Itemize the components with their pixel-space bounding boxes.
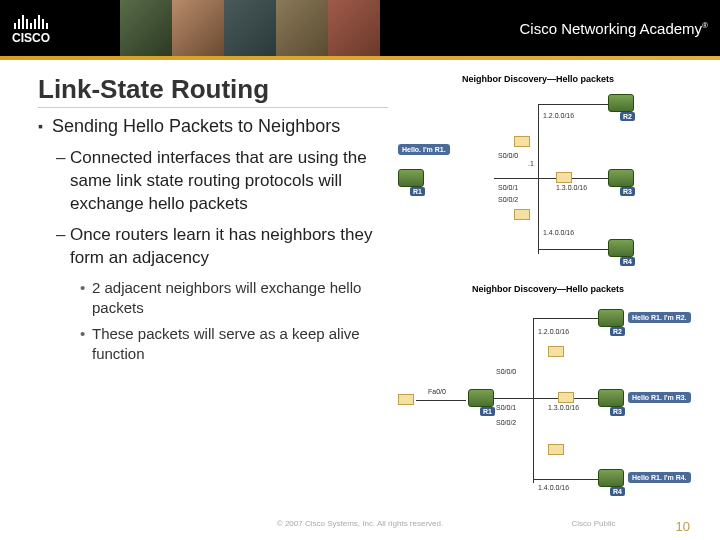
network-link [494, 398, 598, 399]
speech-bubble: Hello R1. I'm R4. [628, 472, 691, 483]
page-number: 10 [676, 519, 690, 534]
bullet-level1: Sending Hello Packets to Neighbors [38, 116, 388, 137]
diagram-title: Neighbor Discovery—Hello packets [398, 74, 678, 84]
cisco-logo: CISCO [12, 11, 50, 45]
network-link [533, 479, 598, 480]
envelope-icon [558, 392, 574, 403]
bullet-level2: Once routers learn it has neighbors they… [56, 224, 388, 270]
router-icon [598, 309, 624, 327]
bullet-level3: 2 adjacent neighbors will exchange hello… [80, 278, 388, 319]
cisco-text: CISCO [12, 31, 50, 45]
net-label: 1.3.0.0/16 [548, 404, 579, 411]
router-icon [398, 169, 424, 187]
speech-bubble: Hello R1. I'm R3. [628, 392, 691, 403]
cisco-bars-icon [14, 11, 48, 29]
envelope-icon [556, 172, 572, 183]
net-label: 1.2.0.0/16 [538, 328, 569, 335]
router-icon [598, 469, 624, 487]
bullet-level3: These packets will serve as a keep alive… [80, 324, 388, 365]
network-link [538, 104, 539, 254]
network-link [533, 318, 534, 483]
diagram-hello-reply: Neighbor Discovery—Hello packets Fa0/0 S… [398, 284, 698, 504]
network-link [494, 178, 608, 179]
network-link [416, 400, 466, 401]
diagram-title: Neighbor Discovery—Hello packets [398, 284, 698, 294]
router-icon [608, 239, 634, 257]
network-link [538, 104, 608, 105]
text-column: Link-State Routing Sending Hello Packets… [38, 74, 398, 371]
if-label: S0/0/0 [496, 368, 516, 375]
net-label: 1.3.0.0/16 [556, 184, 587, 191]
page-title: Link-State Routing [38, 74, 388, 108]
envelope-icon [514, 209, 530, 220]
if-label: S0/0/1 [496, 404, 516, 411]
if-label: S0/0/2 [496, 419, 516, 426]
classification: Cisco Public [572, 519, 616, 534]
envelope-icon [398, 394, 414, 405]
envelope-icon [548, 444, 564, 455]
ip-label: .1 [528, 160, 534, 167]
net-label: 1.4.0.0/16 [543, 229, 574, 236]
net-label: 1.4.0.0/16 [538, 484, 569, 491]
speech-bubble: Hello R1. I'm R2. [628, 312, 691, 323]
if-label: S0/0/2 [498, 196, 518, 203]
router-icon [608, 94, 634, 112]
envelope-icon [514, 136, 530, 147]
footer: © 2007 Cisco Systems, Inc. All rights re… [0, 519, 720, 534]
slide-content: Link-State Routing Sending Hello Packets… [0, 60, 720, 371]
if-label: Fa0/0 [428, 388, 446, 395]
network-link [533, 318, 598, 319]
net-label: 1.2.0.0/16 [543, 112, 574, 119]
if-label: S0/0/0 [498, 152, 518, 159]
diagram-column: Neighbor Discovery—Hello packets Hello. … [398, 74, 690, 371]
speech-bubble: Hello. I'm R1. [398, 144, 450, 155]
diagram-hello-send: Neighbor Discovery—Hello packets Hello. … [398, 74, 678, 259]
header-faces [120, 0, 380, 56]
academy-label: Cisco Networking Academy® [520, 20, 708, 37]
copyright: © 2007 Cisco Systems, Inc. All rights re… [277, 519, 443, 528]
header-bar: CISCO Cisco Networking Academy® [0, 0, 720, 56]
envelope-icon [548, 346, 564, 357]
bullet-level2: Connected interfaces that are using the … [56, 147, 388, 216]
router-icon [468, 389, 494, 407]
network-link [538, 249, 608, 250]
router-icon [598, 389, 624, 407]
if-label: S0/0/1 [498, 184, 518, 191]
router-icon [608, 169, 634, 187]
